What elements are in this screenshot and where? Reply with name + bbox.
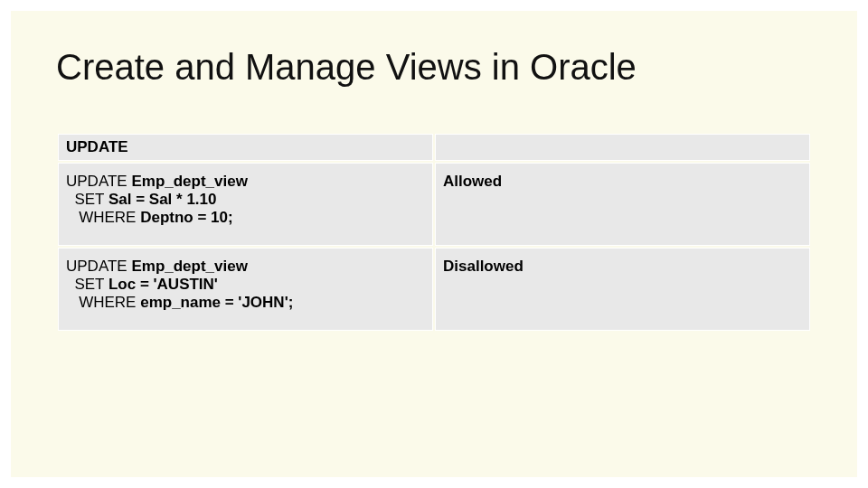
sql-cell: UPDATE Emp_dept_view SET Loc = 'AUSTIN' … (58, 248, 433, 331)
update-table: UPDATE UPDATE Emp_dept_view SET Sal = Sa… (56, 132, 812, 333)
sql-text: emp_name = 'JOHN'; (140, 294, 293, 311)
sql-text: Emp_dept_view (131, 258, 248, 275)
sql-keyword: UPDATE (66, 173, 131, 190)
table-header-row: UPDATE (58, 134, 810, 161)
status-cell: Disallowed (435, 248, 810, 331)
sql-keyword: WHERE (66, 294, 140, 311)
table-header-blank (435, 134, 810, 161)
table-row: UPDATE Emp_dept_view SET Loc = 'AUSTIN' … (58, 248, 810, 331)
slide: Create and Manage Views in Oracle UPDATE… (0, 0, 868, 488)
sql-cell: UPDATE Emp_dept_view SET Sal = Sal * 1.1… (58, 163, 433, 246)
status-cell: Allowed (435, 163, 810, 246)
table-row: UPDATE Emp_dept_view SET Sal = Sal * 1.1… (58, 163, 810, 246)
sql-keyword: SET (66, 276, 108, 293)
sql-text: Loc = 'AUSTIN' (108, 276, 218, 293)
sql-text: Deptno = 10; (140, 209, 233, 226)
sql-keyword: WHERE (66, 209, 140, 226)
sql-text: Emp_dept_view (131, 173, 248, 190)
sql-keyword: UPDATE (66, 258, 131, 275)
page-title: Create and Manage Views in Oracle (56, 47, 812, 87)
sql-keyword: SET (66, 191, 108, 208)
sql-text: Sal = Sal * 1.10 (108, 191, 217, 208)
table-header-update: UPDATE (58, 134, 433, 161)
